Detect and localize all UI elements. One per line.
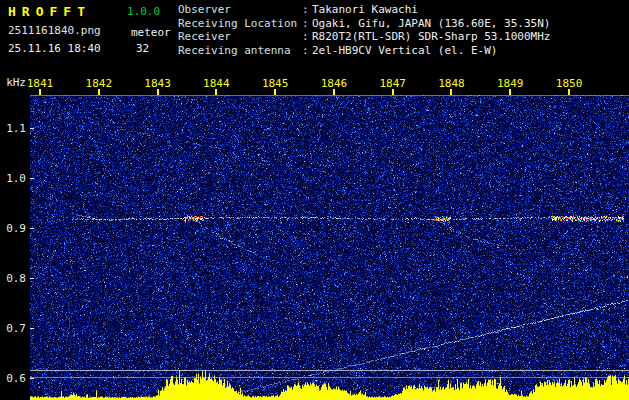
app-version: 1.0.0 <box>127 5 160 18</box>
info-colon: : <box>302 3 312 17</box>
mode-label: meteor <box>131 26 171 39</box>
y-axis-unit: kHz <box>0 76 26 89</box>
time-tick-mark <box>568 89 570 95</box>
info-label: Observer <box>178 3 302 17</box>
freq-tick-label: 0.9 <box>0 222 26 235</box>
time-tick-mark <box>98 89 100 95</box>
info-row-receiver: Receiver : R820T2(RTL-SDR) SDR-Sharp 53.… <box>178 30 550 44</box>
freq-tick-label: 0.8 <box>0 272 26 285</box>
time-tick-mark <box>509 89 511 95</box>
info-colon: : <box>302 30 312 44</box>
freq-tick-label: 0.6 <box>0 372 26 385</box>
info-label: Receiving Location <box>178 17 302 31</box>
time-tick-mark <box>215 89 217 95</box>
time-tick-mark <box>450 89 452 95</box>
info-value: R820T2(RTL-SDR) SDR-Sharp 53.1000MHz <box>312 30 550 44</box>
output-filename: 2511161840.png <box>8 24 101 37</box>
info-label: Receiving antenna <box>178 44 302 58</box>
time-tick-mark <box>274 89 276 95</box>
time-tick-mark <box>39 89 41 95</box>
info-colon: : <box>302 44 312 58</box>
freq-tick-label: 1.1 <box>0 122 26 135</box>
echo-count: 32 <box>136 42 149 55</box>
freq-tick-label: 1.0 <box>0 172 26 185</box>
time-tick-mark <box>392 89 394 95</box>
station-info: Observer : Takanori Kawachi Receiving Lo… <box>178 3 550 57</box>
info-row-antenna: Receiving antenna : 2el-HB9CV Vertical (… <box>178 44 550 58</box>
spectrogram-canvas <box>30 95 629 400</box>
hrofft-window: HROFFT 1.0.0 2511161840.png meteor 25.11… <box>0 0 629 400</box>
time-tick-mark <box>333 89 335 95</box>
info-value: Takanori Kawachi <box>312 3 418 17</box>
info-row-observer: Observer : Takanori Kawachi <box>178 3 550 17</box>
datetime: 25.11.16 18:40 <box>8 42 101 55</box>
info-row-location: Receiving Location : Ogaki, Gifu, JAPAN … <box>178 17 550 31</box>
info-value: Ogaki, Gifu, JAPAN (136.60E, 35.35N) <box>312 17 550 31</box>
freq-tick-label: 0.7 <box>0 322 26 335</box>
info-colon: : <box>302 17 312 31</box>
time-tick-mark <box>157 89 159 95</box>
info-label: Receiver <box>178 30 302 44</box>
info-value: 2el-HB9CV Vertical (el. E-W) <box>312 44 497 58</box>
app-title: HROFFT <box>8 4 91 19</box>
